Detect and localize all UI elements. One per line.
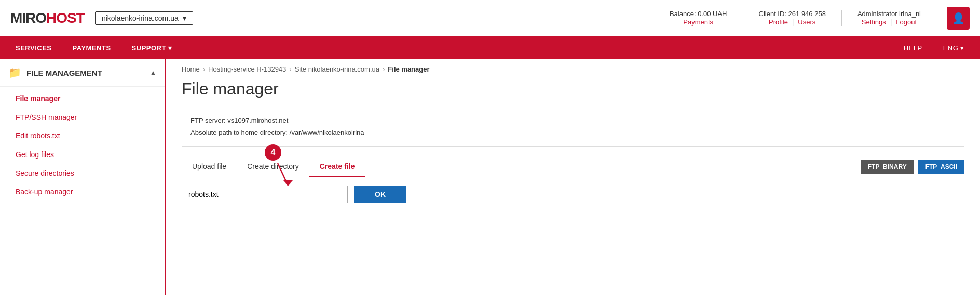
breadcrumb-home[interactable]: Home (182, 65, 200, 73)
ok-button[interactable]: OK (354, 186, 406, 203)
logo: MIROHOST (10, 10, 85, 26)
main-layout: 📁 FILE MANAGEMENT ▲ File manager FTP/SSH… (0, 59, 980, 295)
settings-link[interactable]: Settings (862, 18, 886, 26)
breadcrumb: Home › Hosting-service H-132943 › Site n… (182, 59, 964, 79)
avatar-icon: 👤 (952, 12, 965, 24)
navbar: SERVICES PAYMENTS SUPPORT ▾ HELP ENG ▾ (0, 36, 980, 59)
avatar-button[interactable]: 👤 (947, 7, 970, 30)
client-section: Client ID: 261 946 258 Profile | Users (743, 10, 842, 26)
breadcrumb-hosting[interactable]: Hosting-service H-132943 (208, 65, 286, 73)
logo-miro: MIRO (10, 10, 46, 26)
breadcrumb-current: File manager (388, 65, 429, 73)
ftp-binary-button[interactable]: FTP_BINARY (861, 160, 914, 174)
header-right: Balance: 0.00 UAH Payments Client ID: 26… (654, 7, 970, 30)
sidebar-title: FILE MANAGEMENT (26, 68, 150, 77)
ftp-buttons: FTP_BINARY FTP_ASCII (861, 160, 964, 174)
users-link[interactable]: Users (798, 18, 815, 26)
annotation-arrow (270, 161, 301, 189)
admin-label: Administrator irina_ni (857, 10, 921, 18)
sidebar-item-backup[interactable]: Back-up manager (0, 182, 165, 201)
tab-upload-file[interactable]: Upload file (182, 157, 237, 177)
sidebar-header[interactable]: 📁 FILE MANAGEMENT ▲ (0, 59, 165, 87)
logo-host: HOST (46, 10, 85, 26)
nav-help[interactable]: HELP (893, 36, 933, 59)
breadcrumb-site[interactable]: Site nikolaenko-irina.com.ua (295, 65, 379, 73)
bc-sep2: › (289, 65, 291, 73)
admin-section: Administrator irina_ni Settings | Logout (842, 10, 936, 26)
bc-sep3: › (383, 65, 385, 73)
sidebar-items: File manager FTP/SSH manager Edit robots… (0, 87, 165, 204)
filename-input[interactable] (182, 186, 348, 203)
nav-right: HELP ENG ▾ (893, 36, 975, 59)
profile-link[interactable]: Profile (769, 18, 788, 26)
sep2: | (890, 18, 892, 26)
svg-marker-1 (283, 180, 293, 186)
bc-sep1: › (203, 65, 205, 73)
info-box: FTP server: vs1097.mirohost.net Absolute… (182, 107, 964, 147)
nav-support[interactable]: SUPPORT ▾ (121, 36, 183, 59)
domain-selector[interactable]: nikolaenko-irina.com.ua ▾ (95, 11, 193, 25)
balance-label: Balance: 0.00 UAH (670, 10, 727, 18)
page-title: File manager (182, 79, 964, 99)
ftp-ascii-button[interactable]: FTP_ASCII (918, 160, 964, 174)
sidebar-item-secure[interactable]: Secure directories (0, 164, 165, 182)
nav-lang[interactable]: ENG ▾ (933, 36, 975, 59)
folder-icon: 📁 (8, 66, 21, 79)
sidebar-item-ftp-ssh[interactable]: FTP/SSH manager (0, 108, 165, 127)
header: MIROHOST nikolaenko-irina.com.ua ▾ Balan… (0, 0, 980, 36)
sidebar: 📁 FILE MANAGEMENT ▲ File manager FTP/SSH… (0, 59, 166, 295)
sidebar-item-robots[interactable]: Edit robots.txt (0, 127, 165, 145)
domain-label: nikolaenko-irina.com.ua (102, 14, 179, 22)
sidebar-item-file-manager[interactable]: File manager (0, 89, 165, 108)
abs-path-label: Absolute path to home directory: /var/ww… (190, 127, 956, 138)
balance-section: Balance: 0.00 UAH Payments (654, 10, 743, 26)
chevron-up-icon: ▲ (150, 69, 156, 76)
nav-services[interactable]: SERVICES (5, 36, 62, 59)
annotation-container: 4 OK (182, 186, 964, 203)
sidebar-item-log[interactable]: Get log files (0, 145, 165, 164)
tab-create-file[interactable]: Create file (309, 157, 365, 177)
logout-link[interactable]: Logout (896, 18, 917, 26)
sep1: | (792, 18, 794, 26)
payments-link[interactable]: Payments (683, 18, 713, 26)
domain-chevron-icon: ▾ (183, 14, 186, 22)
ftp-server-label: FTP server: vs1097.mirohost.net (190, 115, 956, 127)
nav-payments[interactable]: PAYMENTS (62, 36, 121, 59)
annotation-badge: 4 (265, 144, 281, 161)
client-id-label: Client ID: 261 946 258 (759, 10, 826, 18)
content: Home › Hosting-service H-132943 › Site n… (166, 59, 980, 295)
